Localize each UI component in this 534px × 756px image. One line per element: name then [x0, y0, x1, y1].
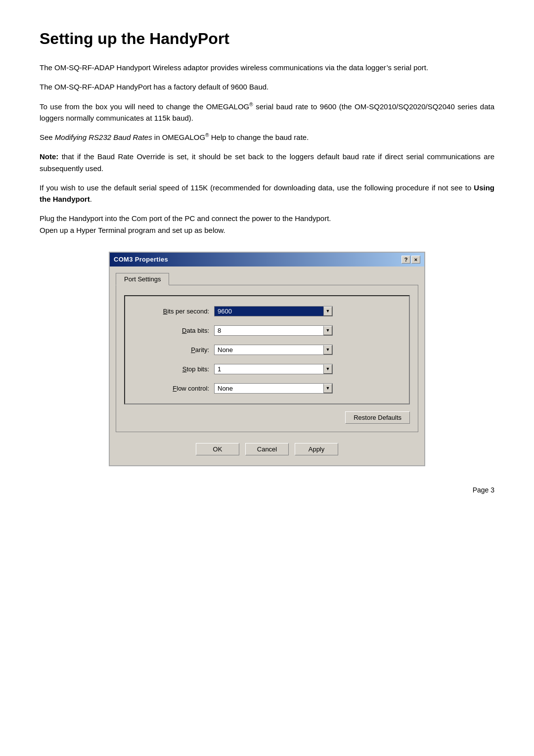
data-bits-combo[interactable]: ▼: [214, 325, 333, 336]
dialog-body: Port Settings Bits per second: ▼: [110, 267, 424, 465]
flow-control-row: Flow control: ▼: [145, 383, 389, 394]
dialog-wrapper: COM3 Properties ? × Port Settings Bits p: [109, 252, 425, 466]
bits-per-second-arrow[interactable]: ▼: [323, 307, 332, 316]
close-button[interactable]: ×: [411, 256, 420, 264]
flow-control-label: Flow control:: [145, 385, 209, 392]
paragraph-3: To use from the box you will need to cha…: [40, 101, 494, 124]
dialog-bottom-buttons: OK Cancel Apply: [116, 438, 418, 459]
paragraph-2: The OM-SQ-RF-ADAP HandyPort has a factor…: [40, 81, 494, 92]
apply-button[interactable]: Apply: [295, 443, 338, 455]
tab-port-settings[interactable]: Port Settings: [116, 273, 169, 285]
dialog-titlebar: COM3 Properties ? ×: [110, 253, 424, 267]
parity-row: Parity: ▼: [145, 345, 389, 355]
paragraph-1: The OM-SQ-RF-ADAP Handyport Wireless ada…: [40, 62, 494, 73]
cancel-button[interactable]: Cancel: [245, 443, 289, 455]
flow-control-combo[interactable]: ▼: [214, 383, 333, 394]
stop-bits-row: Stop bits: ▼: [145, 364, 389, 374]
flow-control-arrow[interactable]: ▼: [323, 384, 332, 393]
dialog-title: COM3 Properties: [114, 256, 168, 263]
data-bits-input[interactable]: [215, 326, 323, 335]
bits-per-second-combo[interactable]: ▼: [214, 306, 333, 316]
paragraph-4: See Modifying RS232 Baud Rates in OMEGAL…: [40, 132, 494, 143]
restore-defaults-button[interactable]: Restore Defaults: [345, 411, 410, 424]
data-bits-arrow[interactable]: ▼: [323, 326, 332, 335]
paragraph-7: Plug the Handyport into the Com port of …: [40, 213, 494, 236]
com3-properties-dialog: COM3 Properties ? × Port Settings Bits p: [109, 252, 425, 466]
dialog-title-controls: ? ×: [401, 256, 420, 264]
port-settings-panel: Bits per second: ▼ Data bits:: [116, 285, 418, 432]
bits-per-second-row: Bits per second: ▼: [145, 306, 389, 316]
parity-label: Parity:: [145, 346, 209, 354]
paragraph-note: Note: that if the Baud Rate Override is …: [40, 151, 494, 174]
stop-bits-input[interactable]: [215, 364, 323, 374]
stop-bits-label: Stop bits:: [145, 365, 209, 373]
data-bits-row: Data bits: ▼: [145, 325, 389, 336]
restore-row: Restore Defaults: [124, 411, 410, 424]
flow-control-input[interactable]: [215, 384, 323, 393]
data-bits-label: Data bits:: [145, 327, 209, 334]
page-title: Setting up the HandyPort: [40, 30, 494, 48]
ok-button[interactable]: OK: [196, 443, 239, 455]
page-number: Page 3: [40, 486, 494, 494]
parity-arrow[interactable]: ▼: [323, 345, 332, 355]
note-label: Note:: [40, 152, 58, 161]
bits-per-second-label: Bits per second:: [145, 308, 209, 315]
paragraph-6: If you wish to use the default serial sp…: [40, 182, 494, 205]
help-button[interactable]: ?: [401, 256, 410, 264]
parity-input[interactable]: [215, 345, 323, 355]
stop-bits-combo[interactable]: ▼: [214, 364, 333, 374]
settings-inner-panel: Bits per second: ▼ Data bits:: [124, 295, 410, 404]
parity-combo[interactable]: ▼: [214, 345, 333, 355]
tab-row: Port Settings: [116, 272, 418, 285]
bits-per-second-input[interactable]: [215, 307, 323, 316]
stop-bits-arrow[interactable]: ▼: [323, 364, 332, 374]
